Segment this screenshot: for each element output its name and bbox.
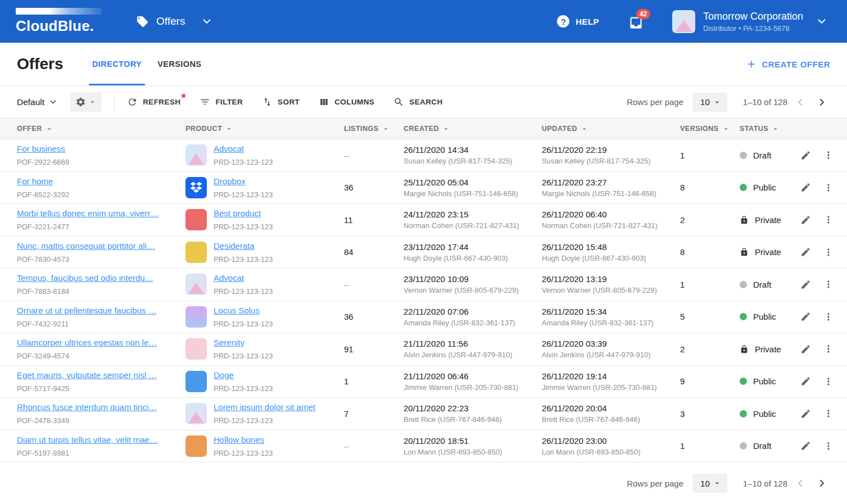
listings-value: 7 bbox=[344, 409, 404, 419]
help-button[interactable]: ? HELP bbox=[557, 15, 599, 28]
view-select[interactable]: Default bbox=[17, 97, 58, 107]
row-menu-button[interactable] bbox=[819, 339, 838, 358]
filter-button[interactable]: FILTER bbox=[198, 94, 244, 110]
product-link[interactable]: Hollow bones bbox=[214, 435, 264, 444]
offer-link[interactable]: Diam ut turpis tellus vitae, velit mae… bbox=[17, 435, 158, 444]
versions-value: 1 bbox=[680, 151, 740, 160]
edit-button[interactable] bbox=[796, 243, 815, 262]
status-label: Draft bbox=[753, 441, 772, 451]
previous-page-button[interactable] bbox=[792, 94, 809, 111]
account-subtitle: Distributor • PA-1234-5678 bbox=[703, 24, 803, 33]
tab-versions[interactable]: VERSIONS bbox=[150, 43, 209, 85]
module-switcher[interactable]: Offers bbox=[136, 15, 213, 28]
sort-button[interactable]: SORT bbox=[261, 94, 301, 110]
row-menu-button[interactable] bbox=[819, 243, 838, 262]
column-header-updated[interactable]: UPDATED bbox=[542, 125, 680, 133]
account-menu[interactable]: Tomorrow Corporation Distributor • PA-12… bbox=[672, 10, 828, 33]
column-header-created[interactable]: CREATED bbox=[404, 125, 542, 133]
kebab-menu-icon bbox=[823, 279, 834, 290]
product-link[interactable]: Serenity bbox=[214, 338, 244, 347]
sort-caret-icon bbox=[771, 125, 780, 133]
created-date: 26/11/2020 14:34 bbox=[404, 145, 542, 155]
edit-button[interactable] bbox=[796, 275, 815, 294]
row-menu-button[interactable] bbox=[819, 178, 838, 197]
rows-per-page-select[interactable]: 10 bbox=[692, 93, 727, 112]
create-offer-button[interactable]: + CREATE OFFER bbox=[748, 58, 830, 71]
row-menu-button[interactable] bbox=[819, 210, 838, 229]
refresh-button[interactable]: REFRESH bbox=[126, 94, 182, 110]
caret-down-icon bbox=[713, 479, 722, 488]
offer-link[interactable]: Morbi tellus donec enim urna, viverr… bbox=[17, 208, 159, 218]
notifications-button[interactable]: 42 bbox=[628, 13, 645, 30]
pencil-icon bbox=[800, 344, 811, 355]
product-icon bbox=[185, 242, 207, 263]
product-link[interactable]: Advocat bbox=[214, 144, 244, 153]
column-header-status[interactable]: STATUS bbox=[740, 125, 796, 133]
updated-date: 26/11/2020 20:04 bbox=[542, 403, 680, 413]
product-id: PRD-123-123-123 bbox=[214, 190, 273, 199]
notification-badge: 42 bbox=[636, 9, 650, 19]
rows-per-page-select[interactable]: 10 bbox=[692, 474, 727, 493]
offer-link[interactable]: For business bbox=[17, 144, 65, 153]
product-link[interactable]: Locus Solus bbox=[214, 306, 260, 315]
row-menu-button[interactable] bbox=[819, 146, 838, 165]
created-by: Lori Mann (USR-693-850-850) bbox=[404, 448, 542, 456]
edit-button[interactable] bbox=[796, 372, 815, 391]
updated-by: Margie Nichols (USR-751-146-658) bbox=[542, 189, 680, 198]
column-header-offer[interactable]: OFFER bbox=[17, 125, 185, 133]
product-link[interactable]: Desiderata bbox=[214, 241, 255, 251]
row-menu-button[interactable] bbox=[819, 404, 838, 423]
previous-page-button[interactable] bbox=[792, 475, 809, 492]
column-header-product[interactable]: PRODUCT bbox=[185, 125, 344, 133]
product-link[interactable]: Lorem ipsum dolor sit amet bbox=[214, 402, 315, 412]
updated-date: 26/11/2020 03:39 bbox=[542, 339, 680, 348]
pencil-icon bbox=[800, 215, 811, 225]
offer-link[interactable]: Tempus, faucibus sed odio interdu… bbox=[17, 273, 153, 283]
next-page-button[interactable] bbox=[813, 475, 830, 492]
versions-value: 9 bbox=[680, 376, 740, 386]
edit-button[interactable] bbox=[796, 146, 815, 165]
created-by: Alvin Jenkins (USR-447-979-910) bbox=[404, 351, 542, 359]
edit-button[interactable] bbox=[796, 437, 815, 456]
created-by: Amanda Riley (USR-832-361-137) bbox=[404, 319, 542, 327]
edit-button[interactable] bbox=[796, 339, 815, 358]
columns-button[interactable]: COLUMNS bbox=[318, 94, 375, 110]
status-badge: Draft bbox=[740, 441, 796, 451]
product-link[interactable]: Doge bbox=[214, 370, 234, 380]
column-header-versions[interactable]: VERSIONS bbox=[680, 125, 740, 133]
edit-button[interactable] bbox=[796, 178, 815, 197]
search-button[interactable]: SEARCH bbox=[392, 94, 443, 110]
account-avatar bbox=[672, 10, 695, 33]
edit-button[interactable] bbox=[796, 307, 815, 326]
cloudblue-logo[interactable]: CloudBlue. bbox=[16, 8, 106, 35]
kebab-menu-icon bbox=[823, 441, 834, 452]
offer-link[interactable]: For home bbox=[17, 176, 53, 186]
row-menu-button[interactable] bbox=[819, 307, 838, 326]
edit-button[interactable] bbox=[796, 404, 815, 423]
offer-link[interactable]: Nunc, mattis consequat porttitor ali… bbox=[17, 241, 155, 251]
view-settings-button[interactable] bbox=[70, 92, 102, 112]
row-menu-button[interactable] bbox=[819, 275, 838, 294]
next-page-button[interactable] bbox=[813, 94, 830, 111]
columns-icon bbox=[319, 97, 329, 107]
row-menu-button[interactable] bbox=[819, 372, 838, 391]
offer-link[interactable]: Ullamcorper ultrices egestas non le… bbox=[17, 338, 157, 347]
updated-by: Vernon Warner (USR-805-679-229) bbox=[542, 286, 680, 294]
offer-link[interactable]: Ornare ut ut pellentesque faucibus … bbox=[17, 306, 156, 315]
product-icon bbox=[185, 274, 207, 295]
product-link[interactable]: Advocat bbox=[214, 273, 244, 283]
listings-value: 91 bbox=[344, 344, 404, 354]
row-menu-button[interactable] bbox=[819, 437, 838, 456]
product-id: PRD-123-123-123 bbox=[214, 255, 273, 264]
column-header-listings[interactable]: LISTINGS bbox=[344, 125, 404, 133]
product-link[interactable]: Dropbox bbox=[214, 176, 246, 186]
edit-button[interactable] bbox=[796, 210, 815, 229]
created-by: Margie Nichols (USR-751-146-658) bbox=[404, 189, 542, 198]
tab-directory[interactable]: DIRECTORY bbox=[84, 43, 150, 85]
offer-link[interactable]: Eget mauris, vulputate semper nisl … bbox=[17, 370, 157, 380]
status-icon bbox=[740, 281, 747, 288]
status-badge: Private bbox=[740, 247, 796, 257]
offer-link[interactable]: Rhoncus fusce interdum quam tinci… bbox=[17, 402, 157, 412]
product-link[interactable]: Best product bbox=[214, 208, 261, 218]
status-badge: Public bbox=[740, 409, 796, 419]
